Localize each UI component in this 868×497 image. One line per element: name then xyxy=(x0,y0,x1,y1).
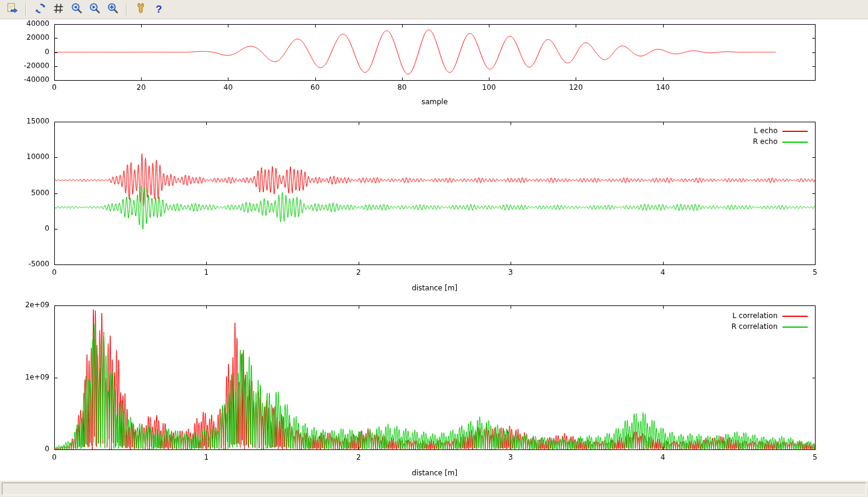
x-tick-label: 3 xyxy=(492,453,529,461)
x-tick-label: 140 xyxy=(645,83,681,92)
y-tick-label: 20000 xyxy=(6,33,49,42)
x-tick-label: 3 xyxy=(492,268,529,277)
x-tick-label: 4 xyxy=(645,453,681,461)
legend-swatch xyxy=(782,131,808,132)
x-tick-label: 20 xyxy=(123,83,159,92)
toggle-grid-button[interactable] xyxy=(50,1,66,17)
x-tick-label: 0 xyxy=(36,268,72,277)
help-icon: ? xyxy=(156,4,162,14)
plot-area: 020406080100120140-40000-200000200004000… xyxy=(0,20,868,480)
x-axis-label: distance [m] xyxy=(374,284,495,292)
legend-swatch xyxy=(782,327,808,328)
x-tick-label: 80 xyxy=(384,83,420,92)
legend-label: R correlation xyxy=(681,322,778,331)
y-tick-label: 0 xyxy=(6,48,49,56)
wrench-icon xyxy=(134,2,148,17)
pulse-chart: 020406080100120140-40000-200000200004000… xyxy=(0,22,868,117)
y-tick-label: 0 xyxy=(6,445,49,453)
echo-chart: 012345-5000050001000015000distance [m]L … xyxy=(0,118,868,299)
zoom-next-icon xyxy=(88,2,101,17)
x-axis-label: distance [m] xyxy=(374,469,495,477)
zoom-previous-button[interactable] xyxy=(68,1,84,17)
x-axis-label: sample xyxy=(374,98,495,106)
x-tick-label: 120 xyxy=(558,83,594,92)
x-tick-label: 4 xyxy=(645,268,681,277)
grid-icon xyxy=(52,2,65,17)
y-tick-label: 2e+09 xyxy=(6,301,49,309)
x-tick-label: 40 xyxy=(210,83,246,92)
x-tick-label: 5 xyxy=(797,453,833,461)
status-field xyxy=(2,483,866,495)
zoom-next-button[interactable] xyxy=(86,1,102,17)
y-tick-label: 1e+09 xyxy=(6,373,49,381)
toolbar-separator xyxy=(126,3,127,16)
legend-swatch xyxy=(782,142,808,143)
help-button[interactable]: ? xyxy=(151,1,167,17)
y-tick-label: 0 xyxy=(6,224,49,233)
y-tick-label: 5000 xyxy=(6,189,49,197)
legend-label: R echo xyxy=(681,137,778,146)
legend-label: L correlation xyxy=(681,311,778,320)
x-tick-label: 2 xyxy=(341,268,377,277)
y-tick-label: -20000 xyxy=(6,61,49,70)
x-tick-label: 60 xyxy=(297,83,333,92)
y-tick-label: -5000 xyxy=(6,260,49,268)
autoscale-button[interactable] xyxy=(104,1,121,17)
copy-to-clipboard-button[interactable] xyxy=(4,1,20,17)
replot-button[interactable] xyxy=(32,1,48,17)
legend-swatch xyxy=(782,316,808,317)
y-tick-label: 15000 xyxy=(6,117,49,125)
legend-label: L echo xyxy=(681,127,778,135)
y-tick-label: 10000 xyxy=(6,152,49,161)
correlation-chart: 01234501e+092e+09distance [m]L correlati… xyxy=(0,302,868,480)
y-tick-label: -40000 xyxy=(6,75,49,84)
x-tick-label: 1 xyxy=(188,453,224,461)
autoscale-icon xyxy=(106,2,119,17)
status-bar xyxy=(0,480,868,497)
copy-icon xyxy=(5,2,19,17)
x-tick-label: 2 xyxy=(341,453,377,461)
x-tick-label: 100 xyxy=(471,83,507,92)
x-tick-label: 0 xyxy=(36,453,72,461)
x-tick-label: 1 xyxy=(188,268,224,277)
replot-icon xyxy=(34,2,47,17)
x-tick-label: 0 xyxy=(36,83,72,92)
toolbar-separator xyxy=(25,3,27,16)
zoom-previous-icon xyxy=(70,2,83,17)
y-tick-label: 40000 xyxy=(6,19,49,28)
configure-button[interactable] xyxy=(133,1,149,17)
x-tick-label: 5 xyxy=(797,268,833,277)
toolbar: ? xyxy=(0,0,868,19)
